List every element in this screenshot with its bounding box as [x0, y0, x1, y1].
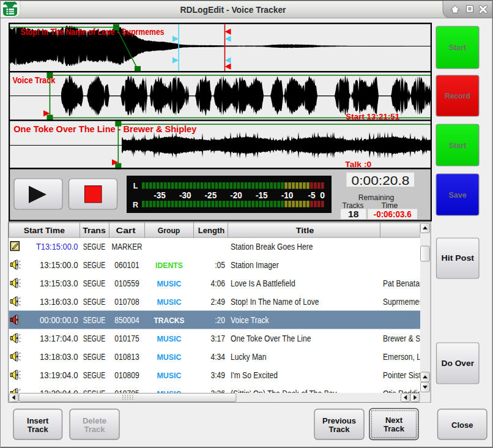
svg-text:Voice Track: Voice Track — [12, 75, 55, 85]
svg-text:Cart: Cart — [116, 226, 136, 235]
svg-text:Time: Time — [382, 201, 398, 210]
svg-text:MUSIC: MUSIC — [157, 353, 182, 362]
svg-text:Stop! In The Name of Love: Stop! In The Name of Love — [231, 297, 319, 307]
svg-text:-25: -25 — [205, 190, 217, 200]
svg-text:-10: -10 — [281, 190, 294, 200]
svg-text:010559: 010559 — [114, 278, 139, 288]
svg-text:13:15:03.0: 13:15:03.0 — [40, 278, 78, 288]
svg-text:18: 18 — [348, 209, 359, 219]
svg-text:Stop! In The Name of Love - Su: Stop! In The Name of Love - Suprmemes — [21, 26, 165, 37]
svg-text:RDLogEdit - Voice Tracker: RDLogEdit - Voice Tracker — [180, 5, 287, 15]
svg-text:T13:15:00.0: T13:15:00.0 — [36, 242, 78, 252]
svg-text:Delete: Delete — [83, 416, 106, 425]
svg-text:-5: -5 — [308, 190, 315, 200]
svg-text:MUSIC: MUSIC — [157, 279, 182, 288]
svg-text:SEGUE: SEGUE — [83, 370, 105, 380]
svg-text:Next: Next — [385, 416, 403, 425]
svg-text:010708: 010708 — [114, 297, 139, 307]
svg-text:Station Break Goes Here: Station Break Goes Here — [231, 242, 313, 252]
svg-text:Previous: Previous — [322, 416, 356, 425]
svg-text:SEGUE: SEGUE — [83, 315, 105, 325]
svg-text:TRACKS: TRACKS — [154, 316, 185, 325]
svg-text:Trans: Trans — [83, 226, 106, 235]
svg-text:Lucky Man: Lucky Man — [231, 352, 267, 362]
svg-text:3:17: 3:17 — [210, 334, 225, 343]
svg-text:Hit Post: Hit Post — [442, 253, 475, 263]
svg-text:SEGUE: SEGUE — [83, 334, 105, 343]
svg-text::05: :05 — [215, 260, 225, 270]
svg-text:13:19:04.0: 13:19:04.0 — [40, 370, 78, 380]
svg-text:4:34: 4:34 — [210, 352, 225, 362]
svg-text:Station Imager: Station Imager — [231, 260, 279, 270]
svg-text:I'm So Excited: I'm So Excited — [231, 370, 278, 380]
svg-text:Voice Track: Voice Track — [231, 315, 269, 325]
svg-text:-20: -20 — [230, 190, 242, 200]
svg-text:00:00:00.0: 00:00:00.0 — [40, 315, 78, 325]
svg-text:Tracks: Tracks — [343, 201, 364, 210]
svg-text:0:00:20.8: 0:00:20.8 — [352, 174, 410, 187]
svg-text:850004: 850004 — [114, 315, 139, 325]
svg-text:060101: 060101 — [114, 260, 139, 270]
svg-text:MUSIC: MUSIC — [157, 334, 182, 343]
svg-text:Track: Track — [84, 425, 106, 434]
svg-text:MARKER: MARKER — [112, 242, 143, 252]
svg-text:4:06: 4:06 — [210, 278, 225, 288]
svg-text:Track: Track — [384, 424, 405, 433]
svg-text:Close: Close — [451, 420, 473, 430]
svg-text:-0:06:03.6: -0:06:03.6 — [374, 209, 412, 219]
svg-text:13:16:03.0: 13:16:03.0 — [40, 297, 78, 307]
svg-text:Track: Track — [28, 425, 49, 434]
svg-text:13:15:00.0: 13:15:00.0 — [40, 260, 78, 270]
svg-text:One Toke Over The Line: One Toke Over The Line — [231, 334, 311, 343]
svg-text:-30: -30 — [179, 190, 191, 200]
svg-text:MUSIC: MUSIC — [157, 371, 182, 380]
svg-text:Insert: Insert — [27, 416, 49, 425]
svg-text:Start: Start — [449, 141, 467, 150]
svg-text:010809: 010809 — [114, 370, 139, 380]
svg-text:Start Time: Start Time — [24, 226, 65, 235]
svg-text:-15: -15 — [256, 190, 268, 200]
svg-text:Start: Start — [449, 43, 467, 52]
svg-text:Save: Save — [448, 191, 466, 200]
svg-text:2:49: 2:49 — [210, 297, 225, 307]
svg-text:010175: 010175 — [114, 334, 139, 343]
svg-text:-35: -35 — [154, 190, 166, 200]
svg-text:SEGUE: SEGUE — [83, 260, 105, 270]
svg-text:13:17:04.0: 13:17:04.0 — [40, 334, 78, 343]
svg-text:Pat Benatar: Pat Benatar — [383, 278, 422, 288]
svg-text:13:18:03.0: 13:18:03.0 — [40, 352, 78, 362]
svg-text:SEGUE: SEGUE — [83, 297, 105, 307]
svg-text:Suprmemes: Suprmemes — [383, 297, 423, 307]
svg-text:Love Is A Battlefield: Love Is A Battlefield — [231, 278, 295, 288]
svg-text:Do Over: Do Over — [442, 359, 475, 368]
svg-text:010813: 010813 — [114, 352, 139, 362]
svg-text::20: :20 — [215, 315, 225, 325]
svg-text:R: R — [133, 201, 138, 209]
svg-text:Track: Track — [329, 425, 350, 434]
svg-text:L: L — [133, 182, 138, 190]
svg-text:SEGUE: SEGUE — [83, 352, 105, 362]
svg-text:Group: Group — [158, 226, 180, 235]
svg-text:IDENTS: IDENTS — [155, 261, 183, 270]
svg-text:0: 0 — [320, 190, 325, 200]
svg-text:One Toke Over The Line - Brewe: One Toke Over The Line - Brewer & Shiple… — [13, 124, 196, 134]
svg-text:MUSIC: MUSIC — [157, 297, 182, 307]
svg-text:SEGUE: SEGUE — [83, 242, 105, 252]
svg-text:SEGUE: SEGUE — [83, 278, 105, 288]
svg-text:Record: Record — [445, 92, 470, 100]
svg-text:Length: Length — [198, 226, 225, 235]
svg-text:3:49: 3:49 — [210, 370, 225, 380]
svg-text:Title: Title — [296, 226, 314, 235]
